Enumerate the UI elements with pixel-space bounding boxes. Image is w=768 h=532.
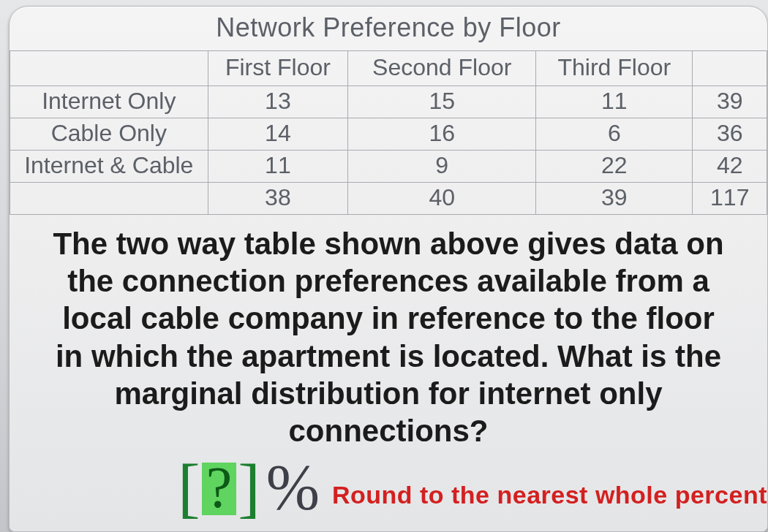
answer-row: [ ? ] % Round to the nearest whole perce… [10,449,767,515]
table-row: Internet Only 13 15 11 39 [10,86,767,118]
col-total: 39 [536,183,693,215]
right-bracket-icon: ] [238,461,260,515]
header-total-blank [693,51,767,86]
row-total: 36 [693,118,767,151]
cell: 13 [208,86,348,118]
table-row: Cable Only 14 16 6 36 [10,118,767,151]
header-col-1: First Floor [208,51,348,86]
cell: 9 [348,151,536,183]
col-total: 40 [348,183,536,215]
table-title-row: Network Preference by Floor [10,7,767,51]
cell: 11 [536,86,693,118]
cell: 16 [348,118,536,151]
cell: 6 [536,118,693,151]
totals-label-blank [10,183,208,215]
table-totals-row: 38 40 39 117 [10,183,767,215]
answer-input[interactable]: ? [202,463,237,515]
answer-input-wrap: [ ? ] % [178,460,320,515]
row-total: 42 [693,151,767,183]
row-label: Cable Only [10,118,208,151]
grand-total: 117 [693,183,767,215]
percent-unit: % [266,460,320,515]
cell: 22 [536,151,693,183]
table-row: Internet & Cable 11 9 22 42 [10,151,767,183]
col-total: 38 [208,183,348,215]
cell: 14 [208,118,348,151]
table-title: Network Preference by Floor [10,7,767,51]
problem-card: Network Preference by Floor First Floor … [9,6,768,532]
header-col-3: Third Floor [536,51,693,86]
header-blank [10,51,208,86]
cell: 11 [208,151,348,183]
data-table: Network Preference by Floor First Floor … [10,7,767,215]
header-col-2: Second Floor [348,51,536,86]
row-total: 39 [693,86,767,118]
row-label: Internet & Cable [10,151,208,183]
cell: 15 [348,86,536,118]
rounding-note: Round to the nearest whole percent [332,481,767,509]
left-bracket-icon: [ [178,461,200,515]
table-header-row: First Floor Second Floor Third Floor [10,51,767,86]
question-text: The two way table shown above gives data… [45,225,732,449]
row-label: Internet Only [10,86,208,118]
